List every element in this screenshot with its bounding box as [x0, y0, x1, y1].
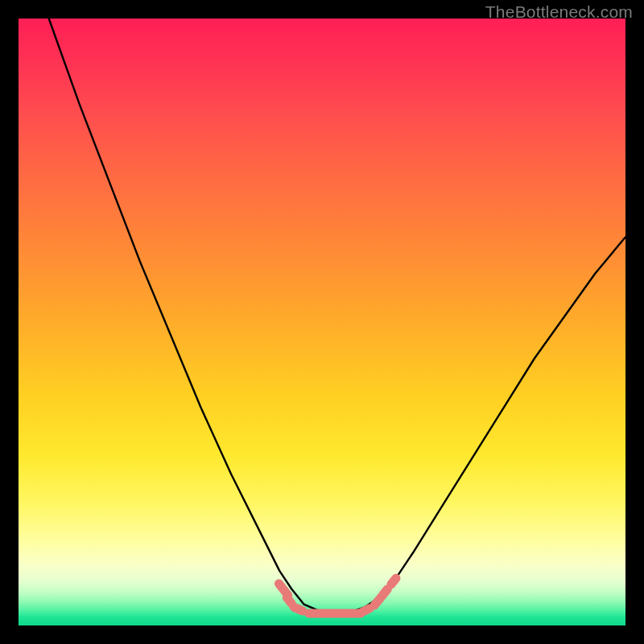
marker-segment — [287, 597, 291, 604]
outer-frame: TheBottleneck.com — [0, 0, 644, 644]
marker-segment — [382, 589, 387, 596]
chart-svg — [19, 19, 625, 625]
marker-segment — [362, 609, 369, 613]
chart-plot-area — [19, 19, 625, 625]
main-curve — [49, 19, 625, 613]
marker-segment — [391, 578, 396, 584]
marker-segment — [374, 597, 381, 605]
marker-segment — [294, 607, 303, 611]
